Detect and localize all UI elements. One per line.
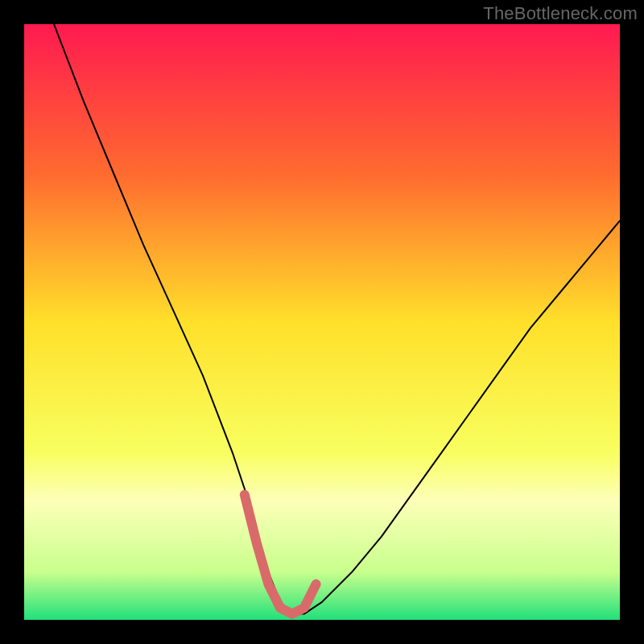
gradient-background [24, 24, 620, 620]
chart-svg [24, 24, 620, 620]
chart-frame: TheBottleneck.com [0, 0, 644, 644]
watermark-text: TheBottleneck.com [483, 3, 638, 24]
plot-area [24, 24, 620, 620]
